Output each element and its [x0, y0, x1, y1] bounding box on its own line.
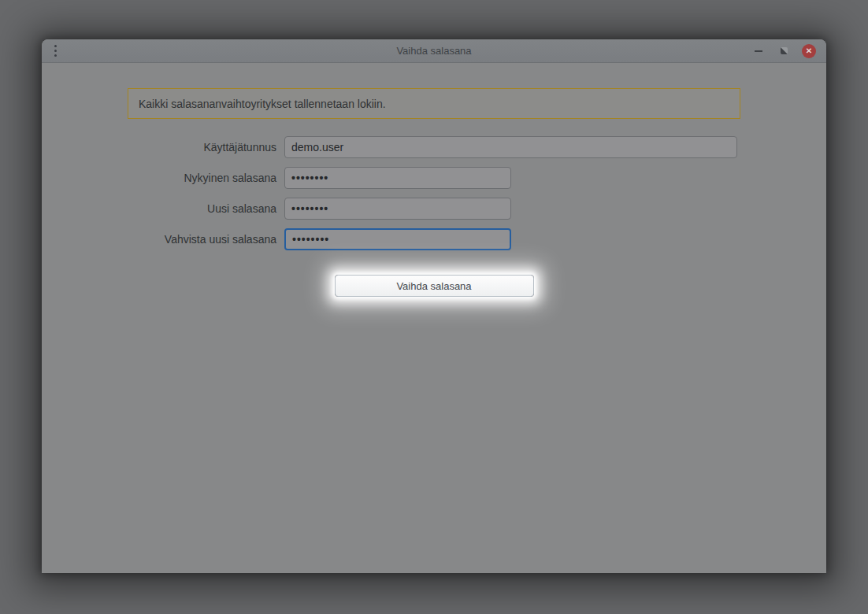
change-password-window: Vaihda salasana ✕ Kaikki salasananvaihto… [42, 39, 826, 573]
titlebar: Vaihda salasana ✕ [42, 39, 826, 63]
password-form: Käyttäjätunnus Nykyinen salasana Uusi sa… [42, 136, 826, 259]
change-password-button[interactable]: Vaihda salasana [335, 275, 534, 297]
form-row-current-password: Nykyinen salasana [42, 167, 826, 189]
confirm-password-label: Vahvista uusi salasana [42, 233, 276, 246]
current-password-label: Nykyinen salasana [42, 172, 276, 184]
new-password-field[interactable] [284, 198, 511, 220]
restore-button[interactable] [771, 39, 796, 63]
button-area: Vaihda salasana [42, 275, 826, 297]
restore-icon [781, 47, 788, 54]
kebab-menu-icon[interactable] [51, 42, 60, 60]
close-icon: ✕ [802, 44, 816, 58]
warning-banner: Kaikki salasananvaihtoyritykset tallenne… [128, 88, 740, 119]
minimize-icon [755, 50, 762, 52]
window-title: Vaihda salasana [42, 45, 826, 57]
form-row-username: Käyttäjätunnus [42, 136, 826, 158]
current-password-field[interactable] [284, 167, 511, 189]
new-password-label: Uusi salasana [42, 202, 276, 215]
confirm-password-field[interactable] [284, 228, 511, 250]
username-field[interactable] [284, 136, 737, 158]
username-label: Käyttäjätunnus [42, 141, 276, 154]
window-controls: ✕ [746, 39, 822, 62]
form-row-new-password: Uusi salasana [42, 198, 826, 220]
warning-banner-text: Kaikki salasananvaihtoyritykset tallenne… [139, 98, 386, 110]
form-row-confirm-password: Vahvista uusi salasana [42, 228, 826, 250]
minimize-button[interactable] [746, 39, 771, 63]
close-button[interactable]: ✕ [796, 39, 822, 63]
